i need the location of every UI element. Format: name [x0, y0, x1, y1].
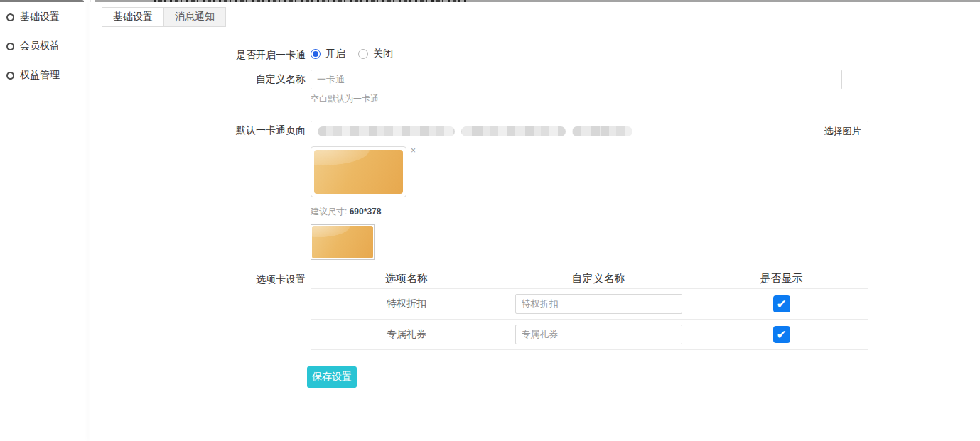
- circle-icon: [6, 72, 14, 80]
- sidebar-item-label: 会员权益: [20, 40, 60, 53]
- gold-card-image: [312, 226, 373, 258]
- redacted-text-block: [461, 126, 566, 136]
- col-header-custom-name: 自定义名称: [502, 272, 694, 285]
- radio-option-on[interactable]: 开启: [311, 48, 345, 60]
- visible-checkbox-checked[interactable]: ✔: [773, 326, 790, 343]
- circle-icon: [6, 13, 14, 21]
- form-row-default-page: 默认一卡通页面 选择图片: [90, 121, 868, 141]
- radio-option-off[interactable]: 关闭: [358, 48, 393, 60]
- visible-checkbox-checked[interactable]: ✔: [773, 295, 790, 312]
- radio-unselected-icon[interactable]: [358, 49, 368, 59]
- form-label: 是否开启一卡通: [90, 45, 306, 62]
- gold-card-image: [314, 150, 403, 194]
- col-header-option-name: 选项名称: [311, 272, 502, 285]
- col-header-visible: 是否显示: [694, 272, 868, 285]
- radio-label: 开启: [325, 48, 345, 60]
- close-icon[interactable]: ×: [411, 146, 416, 155]
- sidebar-item-basic-settings[interactable]: 基础设置: [0, 11, 90, 23]
- sidebar: 基础设置 会员权益 权益管理: [0, 2, 90, 441]
- image-path-input[interactable]: [311, 121, 817, 141]
- redacted-text-block: [318, 126, 455, 136]
- form-row-custom-name: 自定义名称 空白默认为一卡通: [90, 70, 842, 105]
- main-content: 基础设置 消息通知 是否开启一卡通 开启 关闭 自定义名称 空白默认为一卡通 默…: [90, 2, 980, 441]
- size-hint: 建议尺寸: 690*378: [311, 206, 381, 218]
- select-image-button[interactable]: 选择图片: [817, 121, 868, 141]
- form-row-tab-options: 选项卡设置 选项名称 自定义名称 是否显示 特权折扣 ✔ 专属礼券 ✔: [90, 268, 868, 350]
- option-custom-name-input[interactable]: [515, 294, 682, 314]
- circle-icon: [6, 43, 14, 50]
- radio-label: 关闭: [373, 48, 393, 60]
- table-row: 特权折扣 ✔: [311, 289, 868, 320]
- image-preview-box: [311, 146, 406, 197]
- tab-basic-settings[interactable]: 基础设置: [102, 7, 163, 27]
- option-custom-name-input[interactable]: [515, 325, 682, 344]
- size-hint-value: 690*378: [350, 207, 382, 217]
- option-name: 专属礼券: [311, 328, 502, 341]
- save-settings-button[interactable]: 保存设置: [307, 366, 357, 388]
- table-header-row: 选项名称 自定义名称 是否显示: [311, 268, 868, 289]
- option-name: 特权折扣: [311, 298, 502, 310]
- custom-name-input[interactable]: [311, 70, 842, 89]
- thumbnail-small: [311, 224, 375, 260]
- form-label: 默认一卡通页面: [90, 121, 306, 137]
- size-hint-label: 建议尺寸:: [311, 207, 347, 217]
- redacted-text-block: [572, 126, 632, 136]
- sidebar-item-label: 基础设置: [20, 11, 60, 23]
- tab-message-notify[interactable]: 消息通知: [163, 7, 226, 27]
- options-table: 选项名称 自定义名称 是否显示 特权折扣 ✔ 专属礼券 ✔: [311, 268, 868, 350]
- sidebar-item-label: 权益管理: [20, 69, 60, 82]
- form-label: 自定义名称: [90, 70, 306, 86]
- form-label: 选项卡设置: [90, 268, 306, 286]
- radio-group: 开启 关闭: [311, 45, 393, 60]
- tab-bar: 基础设置 消息通知: [102, 7, 226, 27]
- sidebar-item-member-benefits[interactable]: 会员权益: [0, 40, 90, 52]
- table-row: 专属礼券 ✔: [311, 320, 868, 350]
- image-path-group: 选择图片: [311, 121, 868, 141]
- image-preview-wrap: [311, 146, 406, 197]
- custom-name-hint: 空白默认为一卡通: [311, 93, 842, 105]
- radio-selected-icon[interactable]: [311, 49, 321, 59]
- form-row-enable: 是否开启一卡通 开启 关闭: [90, 45, 393, 62]
- sidebar-item-benefit-management[interactable]: 权益管理: [0, 70, 90, 81]
